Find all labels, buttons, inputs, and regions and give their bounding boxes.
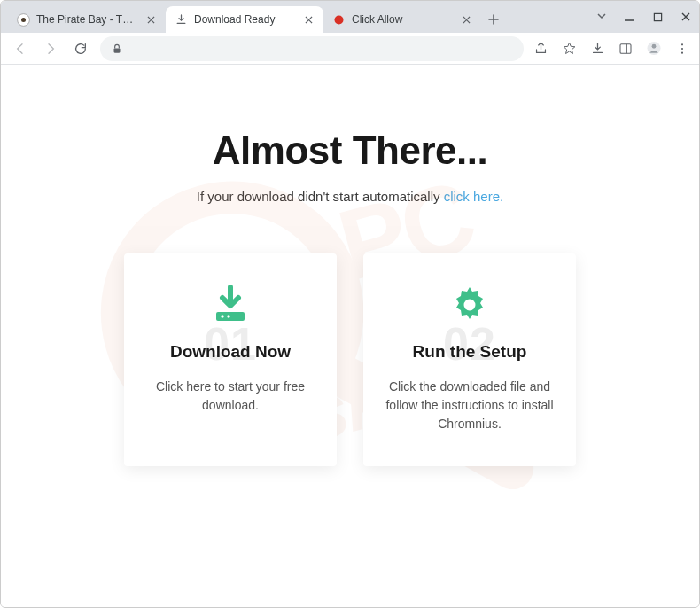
close-icon[interactable] bbox=[460, 13, 472, 26]
forward-button[interactable] bbox=[40, 38, 61, 59]
svg-point-11 bbox=[681, 51, 683, 53]
tab-title: Download Ready bbox=[194, 13, 296, 26]
svg-rect-5 bbox=[620, 43, 631, 53]
svg-point-10 bbox=[681, 47, 683, 49]
card-title: Run the Setup bbox=[383, 342, 556, 362]
svg-point-22 bbox=[464, 300, 476, 311]
tab-click-allow[interactable]: Click Allow bbox=[323, 6, 481, 33]
tab-title: Click Allow bbox=[352, 13, 454, 26]
close-window-button[interactable] bbox=[680, 11, 692, 23]
reload-button[interactable] bbox=[70, 38, 91, 59]
svg-point-21 bbox=[227, 315, 229, 317]
card-title: Download Now bbox=[144, 342, 317, 362]
side-panel-icon[interactable] bbox=[618, 41, 634, 57]
tab-piratebay[interactable]: The Pirate Bay - The galaxy's mo... bbox=[8, 6, 166, 33]
tab-overflow-icon[interactable] bbox=[596, 11, 607, 24]
card-description: Click here to start your free download. bbox=[144, 378, 317, 415]
share-icon[interactable] bbox=[533, 41, 548, 57]
subtitle-text: If your download didn't start automatica… bbox=[197, 189, 444, 204]
pirate-logo-icon bbox=[17, 13, 30, 27]
page-content: PC risk.com Almost There... If your down… bbox=[1, 65, 699, 608]
window-controls bbox=[596, 1, 692, 33]
svg-rect-4 bbox=[114, 48, 121, 52]
bookmark-star-icon[interactable] bbox=[561, 41, 577, 57]
card-description: Click the downloaded file and follow the… bbox=[383, 378, 556, 433]
profile-avatar-icon[interactable] bbox=[646, 41, 662, 57]
tab-strip: The Pirate Bay - The galaxy's mo... Down… bbox=[1, 1, 699, 33]
page-title: Almost There... bbox=[1, 129, 699, 173]
download-icon bbox=[175, 13, 188, 27]
svg-point-1 bbox=[21, 18, 26, 22]
downloads-icon[interactable] bbox=[589, 41, 605, 57]
card-download-now[interactable]: 01 Download Now Click here to start your… bbox=[124, 253, 337, 466]
card-run-setup[interactable]: 02 Run the Setup Click the downloaded fi… bbox=[363, 253, 576, 466]
click-here-link[interactable]: click here. bbox=[444, 189, 504, 204]
address-bar[interactable] bbox=[100, 36, 524, 61]
back-button[interactable] bbox=[10, 38, 31, 59]
new-tab-button[interactable] bbox=[481, 6, 506, 33]
svg-point-9 bbox=[681, 43, 683, 45]
close-icon[interactable] bbox=[144, 13, 157, 26]
browser-toolbar bbox=[1, 33, 699, 65]
svg-point-2 bbox=[335, 15, 344, 24]
svg-point-8 bbox=[652, 44, 657, 49]
red-dot-icon bbox=[332, 13, 346, 27]
gear-icon bbox=[448, 284, 491, 326]
minimize-button[interactable] bbox=[623, 11, 635, 23]
svg-point-20 bbox=[221, 315, 223, 317]
step-cards: 01 Download Now Click here to start your… bbox=[1, 253, 699, 466]
svg-rect-19 bbox=[216, 312, 245, 321]
kebab-menu-icon[interactable] bbox=[674, 41, 690, 57]
hero-section: Almost There... If your download didn't … bbox=[1, 65, 699, 204]
tab-title: The Pirate Bay - The galaxy's mo... bbox=[36, 13, 138, 26]
lock-icon bbox=[111, 43, 123, 55]
download-icon bbox=[209, 284, 252, 326]
svg-rect-3 bbox=[654, 13, 661, 20]
toolbar-right-icons bbox=[533, 41, 690, 57]
tab-download-ready[interactable]: Download Ready bbox=[166, 6, 323, 33]
subtitle: If your download didn't start automatica… bbox=[1, 189, 699, 204]
close-icon[interactable] bbox=[302, 13, 315, 26]
maximize-button[interactable] bbox=[651, 11, 664, 23]
